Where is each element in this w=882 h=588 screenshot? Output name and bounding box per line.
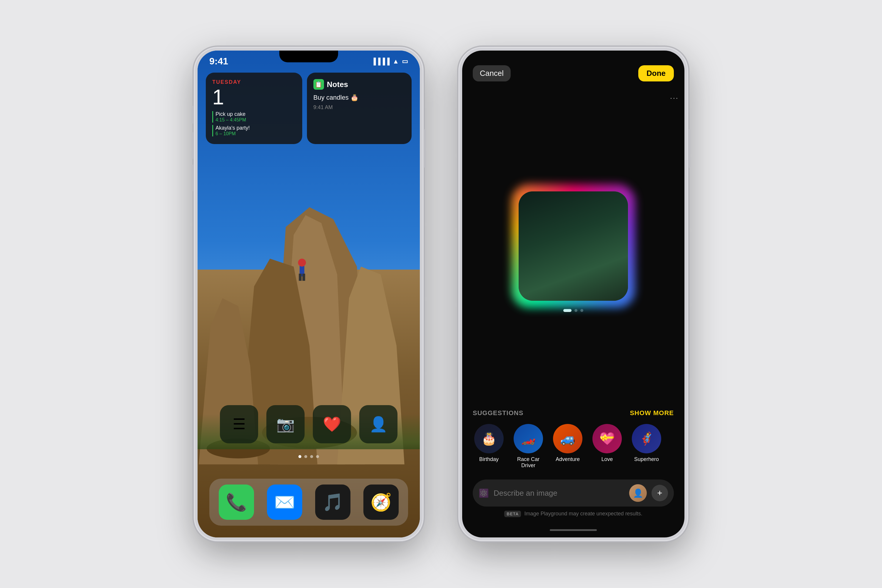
- notes-widget[interactable]: 📋 Notes Buy candles 🎂 9:41 AM: [307, 73, 412, 144]
- girl-illustration: [519, 191, 628, 301]
- home-indicator: [462, 526, 684, 537]
- image-preview-area: ···: [462, 87, 684, 409]
- calendar-day: TUESDAY: [212, 79, 296, 85]
- mute-button[interactable]: [192, 106, 194, 123]
- birthday-label: Birthday: [479, 456, 499, 463]
- birthday-icon: 🎂: [474, 424, 504, 453]
- notes-time: 9:41 AM: [314, 104, 405, 111]
- notes-header: 📋 Notes: [314, 79, 405, 90]
- foliage-bg: [519, 191, 628, 301]
- right-phone-screen: Cancel Done ···: [462, 51, 684, 537]
- svg-rect-10: [302, 274, 305, 281]
- volume-up-button[interactable]: [192, 132, 194, 159]
- race-car-icon: 🏎️: [514, 424, 543, 453]
- notch: [279, 51, 338, 62]
- calendar-event-1: Pick up cake 4:15 – 4:45PM: [212, 111, 296, 123]
- health-icon[interactable]: ❤️: [313, 405, 351, 443]
- carousel-dot-1: [563, 309, 572, 312]
- describe-input[interactable]: [494, 489, 624, 498]
- carousel-dot-2: [574, 309, 578, 312]
- ai-generated-image[interactable]: [519, 191, 628, 301]
- dock: 📞 ✉️ 🎵 🧭: [209, 478, 408, 526]
- reminders-icon[interactable]: ☰: [220, 405, 258, 443]
- calendar-event-2: Akayla's party! 6 – 10PM: [212, 125, 296, 136]
- done-button[interactable]: Done: [638, 65, 674, 81]
- widgets-area: TUESDAY 1 Pick up cake 4:15 – 4:45PM Aka…: [198, 67, 420, 144]
- calendar-date: 1: [212, 86, 296, 108]
- event-1-title: Pick up cake: [216, 111, 296, 117]
- carousel-dot-3: [580, 309, 583, 312]
- home-screen: 9:41 ▐▐▐▐ ▲ ▭: [198, 51, 420, 537]
- status-icons: ▐▐▐▐ ▲ ▭: [371, 58, 408, 65]
- notes-title: Notes: [327, 80, 348, 89]
- signal-icon: ▐▐▐▐: [371, 58, 390, 65]
- chip-race-car-driver[interactable]: 🏎️ Race Car Driver: [512, 424, 544, 469]
- dot-1: [298, 455, 302, 458]
- suggestions-label: SUGGESTIONS: [473, 409, 524, 417]
- status-time: 9:41: [209, 56, 228, 67]
- atom-icon: ⚛️: [478, 488, 489, 498]
- notes-app-icon: 📋: [314, 79, 324, 90]
- left-phone: 9:41 ▐▐▐▐ ▲ ▭: [194, 47, 423, 541]
- carousel-dots: [563, 309, 583, 312]
- add-button[interactable]: +: [651, 485, 668, 501]
- svg-rect-9: [299, 274, 302, 281]
- describe-row: ⚛️ 👤 +: [473, 480, 674, 507]
- left-phone-screen: 9:41 ▐▐▐▐ ▲ ▭: [198, 51, 420, 537]
- camera-icon[interactable]: 📷: [266, 405, 304, 443]
- page-dots: [198, 455, 420, 458]
- suggestions-area: SUGGESTIONS SHOW MORE 🎂 Birthday 🏎: [462, 409, 684, 475]
- notes-content: Buy candles 🎂: [314, 94, 405, 101]
- contacts-icon[interactable]: 👤: [359, 405, 398, 443]
- dot-2: [304, 455, 307, 458]
- suggestions-header: SUGGESTIONS SHOW MORE: [473, 409, 674, 417]
- suggestion-chips: 🎂 Birthday 🏎️ Race Car Driver: [473, 424, 674, 469]
- dock-music-icon[interactable]: 🎵: [315, 484, 351, 520]
- right-power-button[interactable]: [688, 129, 690, 168]
- app-icons-row: ☰ 📷 ❤️ 👤: [198, 405, 420, 443]
- dock-safari-icon[interactable]: 🧭: [363, 484, 399, 520]
- race-car-driver-label: Race Car Driver: [512, 456, 544, 469]
- adventure-label: Adventure: [556, 456, 580, 463]
- right-phone: Cancel Done ···: [459, 47, 688, 541]
- chip-birthday[interactable]: 🎂 Birthday: [473, 424, 505, 469]
- superhero-icon: 🦸: [632, 424, 661, 453]
- home-bar: [550, 529, 597, 531]
- superhero-label: Superhero: [634, 456, 659, 463]
- chip-love[interactable]: 💝 Love: [591, 424, 623, 469]
- chip-adventure[interactable]: 🚙 Adventure: [552, 424, 584, 469]
- cancel-button[interactable]: Cancel: [473, 65, 511, 81]
- top-bar: Cancel Done: [462, 51, 684, 87]
- image-playground-screen: Cancel Done ···: [462, 51, 684, 537]
- event-1-time: 4:15 – 4:45PM: [216, 117, 296, 123]
- beta-tag: BETA: [504, 511, 521, 517]
- svg-point-8: [298, 259, 306, 267]
- show-more-button[interactable]: SHOW MORE: [630, 409, 674, 417]
- love-icon: 💝: [592, 424, 622, 453]
- input-area: ⚛️ 👤 + BETA Image Playground may create …: [462, 475, 684, 526]
- user-avatar[interactable]: 👤: [629, 484, 647, 502]
- more-options-button[interactable]: ···: [670, 93, 678, 103]
- dock-mail-icon[interactable]: ✉️: [267, 484, 302, 520]
- love-label: Love: [601, 456, 613, 463]
- dot-3: [310, 455, 313, 458]
- event-2-title: Akayla's party!: [216, 125, 296, 131]
- beta-disclaimer: BETA Image Playground may create unexpec…: [473, 511, 674, 520]
- chip-superhero[interactable]: 🦸 Superhero: [630, 424, 663, 469]
- volume-down-button[interactable]: [192, 165, 194, 191]
- beta-text: Image Playground may create unexpected r…: [524, 511, 642, 516]
- calendar-widget[interactable]: TUESDAY 1 Pick up cake 4:15 – 4:45PM Aka…: [206, 73, 302, 144]
- wifi-icon: ▲: [393, 58, 399, 65]
- battery-icon: ▭: [402, 58, 408, 65]
- event-2-time: 6 – 10PM: [216, 131, 296, 136]
- ai-image-container: [518, 190, 629, 302]
- adventure-icon: 🚙: [553, 424, 582, 453]
- power-button[interactable]: [423, 129, 426, 168]
- dock-phone-icon[interactable]: 📞: [219, 484, 254, 520]
- dot-4: [316, 455, 319, 458]
